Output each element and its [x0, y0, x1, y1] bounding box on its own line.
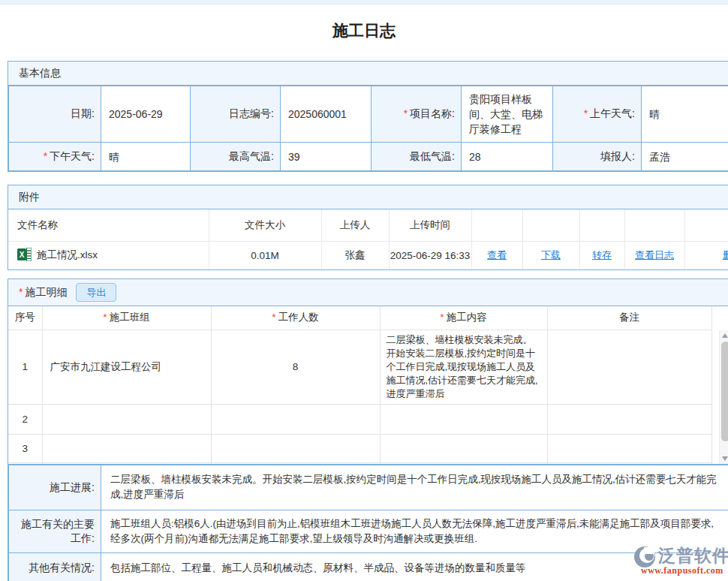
team-column-header: *施工班组 [42, 306, 211, 330]
scrollbar-up-arrow-icon[interactable] [722, 333, 728, 338]
log-number-value: 2025060001 [281, 86, 372, 143]
detail-table-body: 1 广安市九江建设工程公司 8 二层梁板、墙柱模板安装未完成。开始安装二层模板,… [8, 330, 712, 464]
transfer-link[interactable]: 转存 [592, 249, 612, 260]
action-column-header [471, 209, 522, 241]
action-column-header [579, 209, 624, 241]
row-workers [211, 434, 380, 462]
row-team [42, 462, 211, 464]
row-workers: 8 [211, 330, 380, 405]
required-asterisk: * [272, 312, 275, 323]
reporter-value: 孟浩 [642, 143, 728, 171]
top-strip [0, 0, 728, 5]
row-remark [547, 462, 711, 464]
row-remark [547, 330, 711, 405]
row-workers [211, 404, 380, 434]
row-no: 2 [8, 404, 42, 434]
max-temp-label: 最高气温: [191, 143, 281, 171]
action-column-header [522, 209, 579, 241]
log-number-label: 日志编号: [191, 86, 281, 143]
download-link[interactable]: 下载 [541, 249, 561, 260]
row-no: 1 [8, 330, 42, 405]
fanpu-brand-text: 泛普软件 [658, 544, 728, 567]
view-log-link[interactable]: 查看日志 [635, 249, 674, 260]
max-temp-value: 39 [281, 143, 372, 171]
scrollbar-thumb[interactable] [721, 342, 728, 441]
reporter-label: 填报人: [553, 143, 642, 171]
vertical-scrollbar[interactable] [719, 330, 728, 464]
row-remark [547, 434, 711, 462]
afternoon-weather-label: *下午天气: [9, 143, 101, 171]
detail-row-3: 3 [8, 434, 711, 462]
attachment-file-name: 施工情况.xlsx [37, 248, 98, 262]
attachments-header-row: 文件名称 文件大小 上传人 上传时间 [8, 209, 728, 241]
morning-weather-label: *上午天气: [553, 86, 642, 143]
uploader-column-header: 上传人 [321, 209, 389, 241]
basic-info-row-1: 日期: 2025-06-29 日志编号: 2025060001 *项目名称: 贵… [9, 86, 728, 143]
file-size-column-header: 文件大小 [209, 209, 321, 241]
row-team [42, 404, 211, 434]
project-name-value: 贵阳项目样板间、大堂、电梯厅装修工程 [462, 86, 553, 143]
content-column-header: *施工内容 [380, 306, 547, 330]
workers-column-header: *工作人数 [211, 306, 380, 330]
construction-detail-header: *施工明细 导出 [8, 279, 728, 306]
basic-info-section-header: 基本信息 [8, 62, 728, 86]
row-content [380, 434, 547, 462]
attachment-file-size: 0.01M [209, 241, 321, 269]
project-name-label: *项目名称: [372, 86, 462, 143]
basic-info-row-2: *下午天气: 晴 最高气温: 39 最低气温: 28 填报人: 孟浩 [9, 143, 728, 171]
min-temp-value: 28 [462, 143, 553, 171]
main-work-label: 施工有关的主要工作: [9, 510, 101, 552]
attachment-upload-time: 2025-06-29 16:33 [389, 241, 471, 269]
date-value: 2025-06-29 [101, 86, 191, 143]
required-asterisk: * [404, 107, 408, 119]
action-column-header [684, 209, 728, 241]
progress-value: 二层梁板、墙柱模板安装未完成。开始安装二层模板,按约定时间是十个工作日完成,现按… [101, 465, 728, 510]
afternoon-weather-value: 晴 [101, 143, 191, 171]
no-column-header: 序号 [8, 306, 42, 330]
morning-weather-value: 晴 [642, 86, 728, 143]
remark-column-header: 备注 [547, 306, 711, 330]
file-name-column-header: 文件名称 [8, 209, 209, 241]
detail-scroll-area: 1 广安市九江建设工程公司 8 二层梁板、墙柱模板安装未完成。开始安装二层模板,… [8, 330, 728, 464]
upload-time-column-header: 上传时间 [389, 209, 471, 241]
date-label: 日期: [9, 86, 101, 143]
required-asterisk: * [584, 107, 588, 119]
row-team [42, 434, 211, 462]
detail-header-row: 序号 *施工班组 *工作人数 *施工内容 备注 [8, 306, 711, 330]
row-no: 3 [8, 434, 42, 462]
min-temp-label: 最低气温: [372, 143, 462, 171]
required-asterisk: * [19, 286, 23, 298]
file-name-cell: X 施工情况.xlsx [8, 241, 209, 269]
required-asterisk: * [103, 312, 107, 323]
detail-row-2: 2 [8, 404, 711, 434]
construction-detail-title: *施工明细 [19, 286, 67, 300]
construction-detail-section: *施工明细 导出 序号 *施工班组 *工作人数 *施工内容 备注 1 广安市九江… [8, 278, 728, 465]
other-info-label: 其他有关情况: [9, 552, 101, 581]
attachment-uploader: 张鑫 [321, 241, 389, 269]
basic-info-section: 基本信息 日期: 2025-06-29 日志编号: 2025060001 *项目… [8, 61, 728, 172]
row-workers [211, 462, 380, 464]
main-work-row: 施工有关的主要工作: 施工班组人员:铝模6人.(由进场到目前为止,铝模班组木工班… [9, 510, 728, 552]
delete-link[interactable]: 删除 [723, 249, 728, 260]
row-content [380, 462, 547, 464]
basic-info-table: 日期: 2025-06-29 日志编号: 2025060001 *项目名称: 贵… [8, 86, 728, 171]
other-info-row: 其他有关情况: 包括施工部位、工程量、施工人员和机械动态、原材料、半成品、设备等… [9, 552, 728, 581]
row-content: 二层梁板、墙柱模板安装未完成。开始安装二层模板,按约定时间是十个工作日完成,现按… [380, 330, 547, 405]
detail-row-4: 4 [8, 462, 711, 464]
attachments-section: 附件 文件名称 文件大小 上传人 上传时间 X [8, 185, 728, 270]
view-link[interactable]: 查看 [487, 249, 507, 260]
detail-table-header: 序号 *施工班组 *工作人数 *施工内容 备注 [8, 306, 712, 330]
required-asterisk: * [440, 312, 444, 323]
required-asterisk: * [44, 150, 47, 162]
fanpu-url-text: www.fanpusoft.com [641, 565, 723, 576]
export-button[interactable]: 导出 [76, 283, 116, 302]
detail-row-1: 1 广安市九江建设工程公司 8 二层梁板、墙柱模板安装未完成。开始安装二层模板,… [8, 330, 711, 405]
attachments-section-header: 附件 [8, 185, 728, 209]
scrollbar-down-arrow-icon[interactable] [722, 456, 728, 461]
fanpu-watermark: 泛普软件 www.fanpusoft.com [633, 544, 728, 579]
row-no: 4 [8, 462, 42, 464]
row-team: 广安市九江建设工程公司 [42, 330, 211, 405]
attachment-row: X 施工情况.xlsx 0.01M 张鑫 2025-06-29 16:33 查看… [8, 241, 728, 269]
summary-table: 施工进展: 二层梁板、墙柱模板安装未完成。开始安装二层模板,按约定时间是十个工作… [8, 465, 728, 581]
excel-file-icon: X [17, 248, 32, 263]
